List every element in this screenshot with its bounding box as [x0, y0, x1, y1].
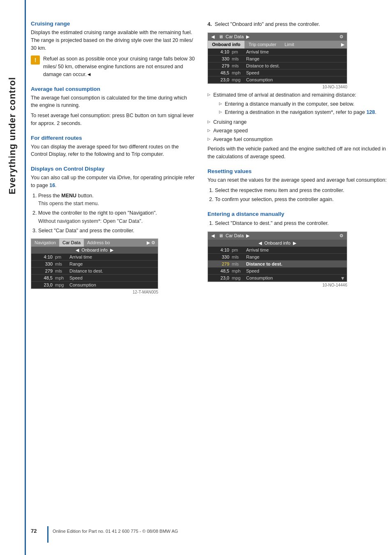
nav-bar-1: Navigation Car Data Address bo ▶ ⚙ — [31, 239, 158, 247]
bullets-list: Estimated time of arrival at destination… — [208, 91, 392, 143]
period-note: Periods with the vehicle parked and the … — [208, 145, 392, 161]
left-accent — [25, 0, 26, 555]
heading-resetting: Resetting values — [208, 168, 392, 174]
reset-step-1: Select the respective menu item and pres… — [215, 187, 392, 194]
heading-entering-distance: Entering a distance manually — [208, 211, 392, 217]
caption-3: 10-NO-14446 — [208, 283, 347, 287]
sub-header-3: ◀ Onboard info ▶ — [208, 240, 347, 247]
footer-bar — [47, 526, 48, 543]
bullet-avg-speed: Average speed — [208, 127, 392, 135]
heading-displays-control: Displays on Control Display — [31, 166, 195, 172]
link-page16[interactable]: 16 — [49, 183, 55, 188]
heading-diff-routes: For different routes — [31, 135, 195, 141]
nav-icons-1: ▶ ⚙ — [144, 239, 158, 247]
heading-cruising-range: Cruising range — [31, 21, 195, 27]
step-3: Select "Car Data" and press the controll… — [38, 227, 195, 235]
row-speed-2: 48,5 mph Speed — [208, 69, 347, 76]
row-range-3: 330 mls Range — [208, 254, 347, 261]
row-distance-3: 279 mls Distance to dest. — [208, 261, 347, 268]
left-column: Cruising range Displays the estimated cr… — [31, 21, 203, 294]
row-arrival-3: 4:10 pm Arrival time — [208, 247, 347, 254]
screen-mockup-3: ◀ 🖥 Car Data ▶ ⚙ ◀ Onboard info ▶ 4:10 p… — [208, 231, 347, 282]
warning-icon: ! — [31, 56, 40, 65]
row-speed-1: 48,5 mph Speed — [31, 275, 158, 282]
caption-1: 12-T-MAN005 — [31, 290, 158, 294]
row-consumption-1: 23,0 mpg Consumption — [31, 282, 158, 289]
avg-fuel-text1: The average fuel consumption is calculat… — [31, 94, 195, 110]
screen-mockup-1: Navigation Car Data Address bo ▶ ⚙ ◀ Onb… — [31, 238, 158, 289]
step4-text: 4. Select "Onboard info" and press the c… — [208, 21, 392, 28]
row-distance-2: 279 mls Distance to dest. — [208, 62, 347, 69]
row-consumption-2: 23,0 mpg Consumption — [208, 76, 347, 83]
avg-fuel-text2: To reset average fuel consumption: press… — [31, 112, 195, 127]
row-range-1: 330 mls Range — [31, 261, 158, 268]
bullet-cruising: Cruising range — [208, 118, 392, 126]
step-2: Move the controller to the right to open… — [38, 209, 195, 225]
nav-tab-cardata: Car Data — [59, 239, 84, 247]
reset-steps: Select the respective menu item and pres… — [208, 187, 392, 204]
footer: 72 Online Edition for Part no. 01 41 2 6… — [31, 528, 384, 543]
nav-tab-navigation: Navigation — [31, 239, 59, 247]
warning-text: Refuel as soon as possible once your cru… — [43, 55, 195, 78]
warning-box: ! Refuel as soon as possible once your c… — [31, 55, 195, 78]
footer-legal-text: Online Edition for Part no. 01 41 2 600 … — [53, 528, 178, 534]
step-1: Press the MENU button. This opens the st… — [38, 192, 195, 208]
resetting-intro: You can reset the values for the average… — [208, 176, 392, 184]
row-speed-3: 48,5 mph Speed — [208, 268, 347, 275]
header-bar-3: ◀ 🖥 Car Data ▶ ⚙ — [208, 232, 347, 240]
side-label: Everything under control — [0, 49, 25, 222]
row-arrival-2: 4:10 pm Arrival time — [208, 49, 347, 56]
bullet-sub-distance: Entering a distance manually in the comp… — [213, 100, 392, 108]
sub-header-onboard: ◀ Onboard info ▶ — [31, 247, 158, 254]
row-distance-1: 279 mls Distance to dest. — [31, 268, 158, 275]
bullet-avg-fuel: Average fuel consumption — [208, 136, 392, 143]
bullet-sub-navigation: Entering a destination in the navigation… — [213, 109, 392, 116]
steps-list: Press the MENU button. This opens the st… — [31, 192, 195, 235]
link-page128[interactable]: 128 — [367, 109, 375, 115]
row-consumption-3: 23,0 mpg Consumption ▼ — [208, 275, 347, 282]
tab-more-icon: ▶ — [339, 41, 347, 49]
caption-2: 10-NO-13440 — [208, 85, 347, 89]
header-bar-2: ◀ 🖥 Car Data ▶ ⚙ — [208, 33, 347, 41]
bullet-estimated: Estimated time of arrival at destination… — [208, 91, 392, 116]
diff-routes-text: You can display the average speed for tw… — [31, 143, 195, 159]
cruising-range-text: Displays the estimated cruising range av… — [31, 29, 195, 52]
row-range-2: 330 mls Range — [208, 56, 347, 62]
displays-control-text: You can also call up the computer via iD… — [31, 174, 195, 190]
distance-step-1: Select "Distance to dest." and press the… — [215, 220, 392, 227]
tab-onboard: Onboard info — [208, 41, 244, 49]
step-2-sub: Without navigation system*: Open "Car Da… — [38, 217, 195, 225]
reset-step-2: To confirm your selection, press the con… — [215, 196, 392, 204]
row-arrival-1: 4:10 pm Arrival time — [31, 254, 158, 261]
nav-tab-address: Address bo — [84, 239, 113, 247]
tab-limit: Limit — [281, 41, 298, 49]
step-1-sub: This opens the start menu. — [38, 200, 195, 208]
right-column: 4. Select "Onboard info" and press the c… — [203, 21, 392, 294]
screen-mockup-2: ◀ 🖥 Car Data ▶ ⚙ Onboard info Trip compu… — [208, 32, 347, 84]
tab-trip: Trip computer — [244, 41, 280, 49]
footer-page-number: 72 — [31, 528, 43, 534]
heading-avg-fuel: Average fuel consumption — [31, 86, 195, 92]
tab-bar-2: Onboard info Trip computer Limit ▶ — [208, 41, 347, 49]
distance-steps: Select "Distance to dest." and press the… — [208, 220, 392, 227]
